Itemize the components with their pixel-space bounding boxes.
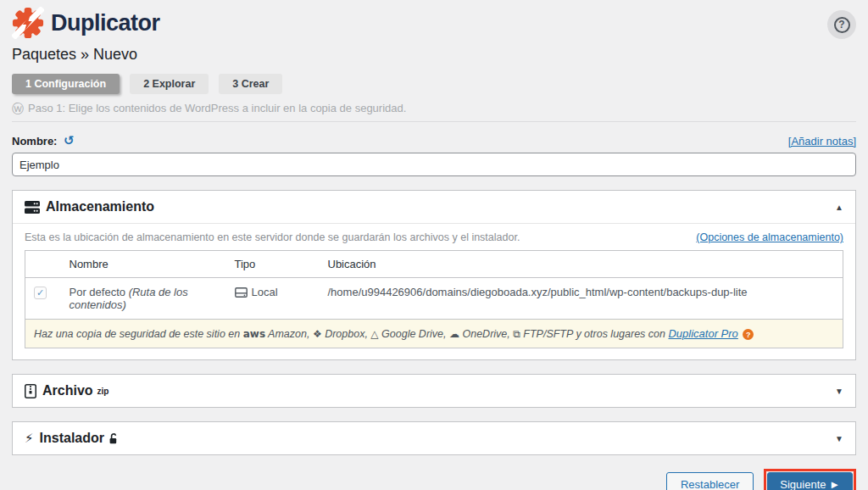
wordpress-icon: Ⓦ: [12, 103, 24, 114]
bolt-icon: ⚡: [25, 431, 34, 446]
open-lock-icon: [108, 433, 119, 444]
package-name-input[interactable]: [12, 153, 856, 176]
google-drive-icon: △: [370, 328, 378, 340]
pro-promo-row: Haz una copia de seguridad de este sitio…: [25, 320, 843, 348]
storage-options-link[interactable]: (Opciones de almacenamiento): [696, 231, 843, 243]
duplicator-pro-link[interactable]: Duplicator Pro: [668, 327, 737, 340]
name-row: Nombre: ↺ [Añadir notas]: [12, 133, 856, 148]
dropbox-icon: ❖: [313, 328, 322, 340]
reset-button[interactable]: Restablecer: [666, 472, 754, 490]
installer-panel: ⚡ Instalador ▼: [12, 421, 856, 455]
archive-title: Archivo: [42, 383, 93, 398]
chevron-up-icon: ▲: [835, 203, 843, 212]
promo-prefix: Haz una copia de seguridad de este sitio…: [34, 328, 240, 340]
chevron-down-icon: ▼: [835, 434, 843, 443]
logo-wordmark: Duplicator: [51, 10, 160, 36]
step-note: Ⓦ Paso 1: Elige los contenidos de WordPr…: [12, 102, 856, 122]
storage-name: Por defecto: [70, 286, 126, 298]
storage-location: /home/u994426906/domains/diegoboada.xyz/…: [328, 286, 748, 298]
top-bar: Duplicator ?: [12, 7, 856, 39]
duplicator-logo: Duplicator: [12, 7, 160, 39]
storage-default-checkbox[interactable]: ✓: [34, 287, 47, 299]
installer-title: Instalador: [40, 431, 104, 446]
storage-table-header-row: Nombre Tipo Ubicación: [25, 251, 843, 278]
storage-stack-icon: [25, 200, 40, 214]
undo-icon[interactable]: ↺: [64, 133, 75, 148]
question-icon: ?: [834, 17, 850, 33]
aws-icon: aws: [243, 328, 265, 340]
local-drive-icon: [235, 287, 248, 298]
add-notes-link[interactable]: [Añadir notas]: [788, 135, 856, 148]
installer-panel-header[interactable]: ⚡ Instalador ▼: [13, 422, 855, 454]
onedrive-icon: ☁: [449, 328, 459, 340]
footer-actions: Restablecer Siguiente ►: [12, 469, 856, 490]
storage-type: Local: [252, 286, 278, 298]
chevron-down-icon: ▼: [835, 387, 843, 396]
promo-service-onedrive: OneDrive,: [462, 328, 509, 340]
storage-panel: Almacenamiento ▲ Esta es la ubicación de…: [12, 190, 856, 360]
breadcrumb: Paquetes » Nuevo: [12, 46, 856, 64]
storage-table: Nombre Tipo Ubicación ✓ Por defecto (Rut…: [25, 250, 843, 348]
header-check-column: [25, 251, 61, 278]
header-nombre: Nombre: [61, 251, 226, 278]
storage-row-default: ✓ Por defecto (Ruta de los contenidos): [25, 278, 843, 320]
promo-service-ftp: FTP/SFTP: [523, 328, 573, 340]
help-button[interactable]: ?: [827, 10, 856, 39]
wizard-tabs: 1 Configuración 2 Explorar 3 Crear: [12, 74, 856, 94]
tab-explorar[interactable]: 2 Explorar: [130, 74, 209, 94]
archive-panel-header[interactable]: Archivo zip ▼: [13, 375, 855, 407]
archive-zip-superscript: zip: [97, 387, 109, 396]
click-highlight: Siguiente ►: [764, 469, 856, 490]
page: Duplicator ? Paquetes » Nuevo 1 Configur…: [0, 0, 868, 490]
archive-panel: Archivo zip ▼: [12, 374, 856, 408]
storage-panel-header[interactable]: Almacenamiento ▲: [13, 191, 855, 223]
duplicator-gear-icon: [12, 7, 44, 39]
zip-file-icon: [25, 384, 36, 398]
help-badge-icon[interactable]: ?: [743, 329, 754, 340]
promo-service-amazon: Amazon,: [268, 328, 309, 340]
storage-description: Esta es la ubicación de almacenamiento e…: [25, 231, 520, 243]
tab-configuracion[interactable]: 1 Configuración: [12, 74, 120, 94]
ftp-icon: ⧉: [513, 328, 520, 340]
step-note-text: Paso 1: Elige los contenidos de WordPres…: [28, 102, 406, 114]
promo-service-dropbox: Dropbox,: [325, 328, 368, 340]
tab-crear[interactable]: 3 Crear: [219, 74, 282, 94]
storage-title: Almacenamiento: [46, 199, 154, 214]
storage-body: Esta es la ubicación de almacenamiento e…: [13, 223, 855, 359]
next-button[interactable]: Siguiente ►: [767, 472, 853, 490]
header-tipo: Tipo: [226, 251, 320, 278]
name-label: Nombre:: [12, 135, 57, 148]
promo-suffix: y otros lugares con: [576, 328, 665, 340]
promo-service-gdrive: Google Drive,: [381, 328, 446, 340]
header-ubicacion: Ubicación: [320, 251, 843, 278]
